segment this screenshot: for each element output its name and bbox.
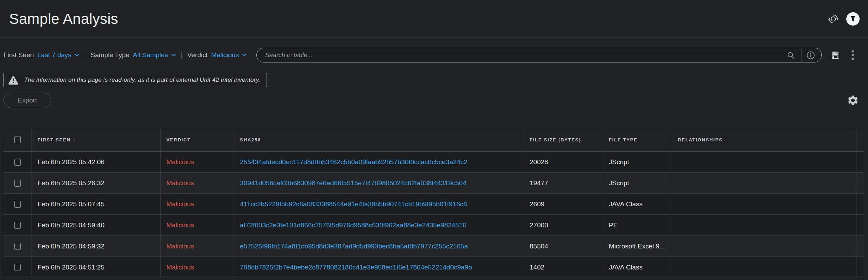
column-header-file-size[interactable]: FILE SIZE (BYTES) [524,128,603,151]
cell-verdict: Malicious [161,152,234,172]
cell-select [3,215,32,235]
chevron-down-icon [242,54,247,56]
filter-first-seen-value[interactable]: Last 7 days [37,51,71,59]
cell-file-size: 20028 [524,152,603,172]
cell-relationships [672,173,856,193]
sort-desc-icon: ↓ [74,136,76,143]
chevron-down-icon [75,54,79,56]
column-header-first-seen[interactable]: FIRST SEEN ↓ [32,128,161,151]
sha256-link[interactable]: 30941d056caf03b6830987e6ad66f5515e7f4709… [234,173,524,193]
cell-file-size: 19477 [524,173,603,193]
table-search [256,48,822,62]
samples-table: FIRST SEEN ↓ VERDICT SHA256 FILE SIZE (B… [3,128,864,279]
sha256-link[interactable]: af72f003c2e3fe101d866c2576f5d976d9588c63… [234,215,524,235]
funnel-icon [850,16,856,22]
table-header-row: FIRST SEEN ↓ VERDICT SHA256 FILE SIZE (B… [3,128,864,152]
table-row[interactable]: Feb 6th 2025 04:59:40 Malicious af72f003… [3,215,864,236]
cell-select [3,152,32,172]
cell-select [3,257,32,278]
filter-sample-type[interactable]: Sample Type All Samples [91,51,176,59]
table-row[interactable]: Feb 6th 2025 05:42:06 Malicious 255434af… [3,152,864,173]
sha256-link[interactable]: 255434afdecd0ec117d8d0b53462c5b0a09faab9… [234,152,524,172]
partial-row [3,278,864,279]
row-checkbox[interactable] [14,222,21,229]
cell-relationships [672,215,856,235]
cell-file-type: JAVA Class [603,194,672,214]
column-label: FIRST SEEN [37,137,71,142]
filter-sample-type-label: Sample Type [91,51,130,59]
cell-file-type: JAVA Class [603,257,672,278]
cell-spacer [856,236,864,256]
column-header-relationships[interactable]: RELATIONSHIPS [672,128,856,151]
filter-first-seen-label: First Seen [4,51,34,59]
row-checkbox[interactable] [14,180,21,187]
cell-verdict: Malicious [161,257,234,278]
filter-sample-type-value[interactable]: All Samples [133,51,168,59]
sync-icon[interactable] [828,14,839,24]
table-row[interactable]: Feb 6th 2025 04:59:32 Malicious e57525f9… [3,236,864,257]
table-row[interactable]: Feb 6th 2025 04:51:25 Malicious 708db782… [3,257,864,278]
cell-relationships [672,236,856,256]
cell-first-seen: Feb 6th 2025 04:51:25 [32,257,161,278]
search-icon[interactable] [787,51,796,59]
table-settings-gear-icon[interactable] [847,94,859,106]
cell-file-size: 1402 [524,257,603,278]
cell-file-size: 85504 [524,236,603,256]
column-header-sha256[interactable]: SHA256 [234,128,524,151]
cell-first-seen: Feb 6th 2025 05:07:45 [32,194,161,214]
filter-verdict-value[interactable]: Malicious [211,51,239,59]
cell-spacer [856,215,864,235]
sha256-link[interactable]: 708db7825f2b7e4bebe2c8778082180c41e3e958… [234,257,524,278]
sha256-link[interactable]: 411cc2b5229f5b92c6a0833388544e91e4fa38b5… [234,194,524,214]
filter-verdict[interactable]: Verdict Malicious [187,51,247,59]
cell-spacer [856,152,864,172]
cell-verdict: Malicious [161,194,234,214]
cell-first-seen: Feb 6th 2025 05:26:32 [32,173,161,193]
column-header-file-type[interactable]: FILE TYPE [603,128,672,151]
cell-file-size: 27000 [524,215,603,235]
cell-first-seen: Feb 6th 2025 04:59:32 [32,236,161,256]
cell-relationships [672,257,856,278]
row-checkbox[interactable] [14,201,21,208]
table-action-row: Export [0,93,868,108]
user-avatar-filter-button[interactable] [846,12,860,26]
page-header: Sample Analysis [0,0,868,38]
header-actions [828,12,860,26]
read-only-notice: The information on this page is read-onl… [4,73,267,87]
sha256-link[interactable]: e57525f96fb174a8f1cb95d8d3e387ad9d5d993b… [234,236,524,256]
export-button[interactable]: Export [4,93,51,108]
more-options-kebab-icon[interactable] [852,50,854,60]
select-all-checkbox[interactable] [14,136,21,143]
cell-file-type: JScript [603,173,672,193]
cell-relationships [672,194,856,214]
column-header-verdict[interactable]: VERDICT [161,128,234,151]
search-divider [801,48,801,62]
table-row[interactable]: Feb 6th 2025 05:07:45 Malicious 411cc2b5… [3,194,864,215]
warning-triangle-icon [8,75,19,85]
filter-bar: First Seen Last 7 days Sample Type All S… [0,46,868,64]
cell-select [3,236,32,256]
cell-verdict: Malicious [161,215,234,235]
search-input[interactable] [257,52,787,59]
table-row[interactable]: Feb 6th 2025 05:26:32 Malicious 30941d05… [3,173,864,194]
chevron-down-icon [171,54,176,56]
cell-select [3,194,32,214]
cell-file-type: PE [603,215,672,235]
column-header-select [3,128,32,151]
column-header-spacer [856,128,864,151]
notice-text: The information on this page is read-onl… [24,76,260,84]
row-checkbox[interactable] [14,243,21,250]
cell-spacer [856,257,864,278]
cell-file-type: JScript [603,152,672,172]
save-icon[interactable] [831,51,840,60]
row-checkbox[interactable] [14,159,21,166]
cell-first-seen: Feb 6th 2025 04:59:40 [32,215,161,235]
filter-separator [85,51,85,59]
cell-relationships [672,152,856,172]
info-icon[interactable] [806,51,821,60]
filter-first-seen[interactable]: First Seen Last 7 days [4,51,79,59]
cell-file-type: Microsoft Excel 9… [603,236,672,256]
table-body: Feb 6th 2025 05:42:06 Malicious 255434af… [3,152,864,278]
row-checkbox[interactable] [14,264,21,271]
cell-select [3,173,32,193]
